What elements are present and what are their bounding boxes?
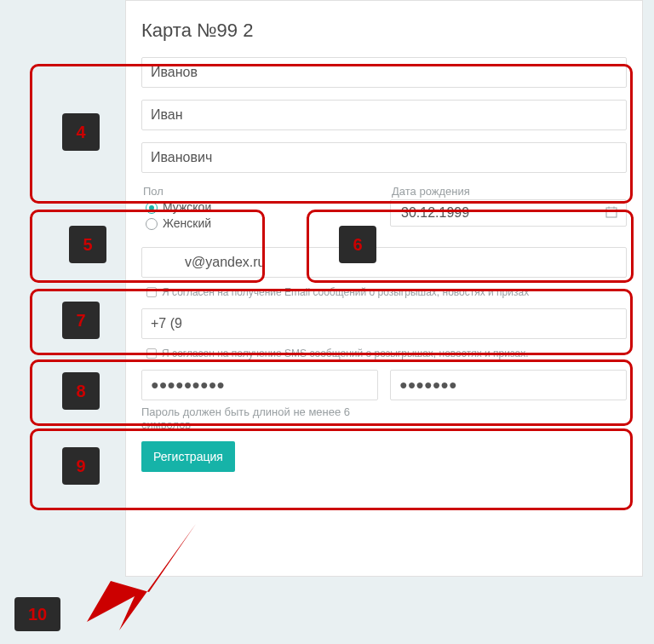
badge-5: 5 bbox=[69, 226, 106, 263]
badge-7: 7 bbox=[62, 302, 100, 339]
callout-4 bbox=[30, 64, 633, 204]
callout-5 bbox=[30, 210, 265, 283]
badge-6: 6 bbox=[339, 226, 376, 263]
callout-8 bbox=[30, 359, 633, 426]
badge-8: 8 bbox=[62, 372, 100, 410]
badge-10: 10 bbox=[14, 597, 60, 631]
badge-4: 4 bbox=[62, 113, 100, 151]
page-title: Карта №99 2 bbox=[141, 20, 627, 42]
callout-7 bbox=[30, 289, 633, 355]
callout-9 bbox=[30, 428, 633, 510]
badge-9: 9 bbox=[62, 447, 100, 485]
